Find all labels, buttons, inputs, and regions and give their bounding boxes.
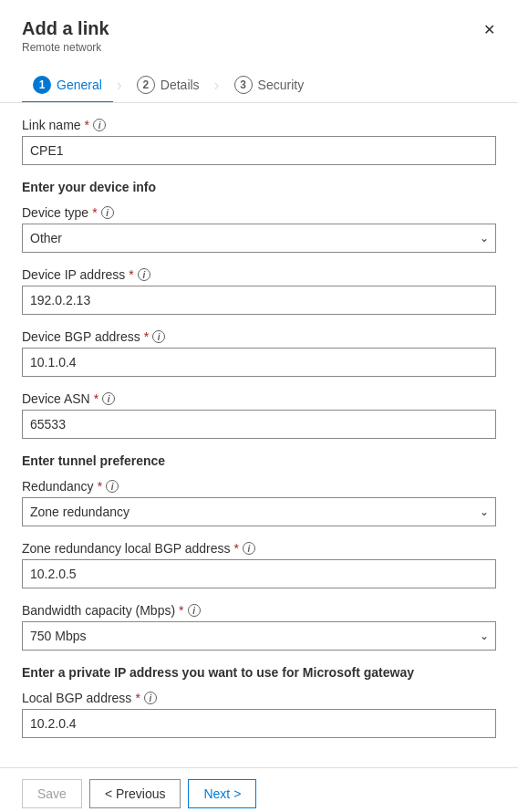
tab-security-label: Security xyxy=(258,78,305,92)
save-button[interactable]: Save xyxy=(22,779,82,808)
device-type-label: Device type * i xyxy=(22,205,496,220)
tab-details-label: Details xyxy=(161,78,200,92)
modal-footer: Save < Previous Next > xyxy=(0,767,518,812)
tab-general-label: General xyxy=(57,78,102,92)
device-bgp-input[interactable] xyxy=(22,348,496,377)
device-asn-input[interactable] xyxy=(22,410,496,439)
required-star-ip: * xyxy=(129,267,133,282)
device-type-group: Device type * i Other Cisco Palo Alto Ju… xyxy=(22,205,496,253)
required-star-zone-bgp: * xyxy=(234,541,239,556)
tab-general[interactable]: 1 General xyxy=(22,68,113,103)
bandwidth-label: Bandwidth capacity (Mbps) * i xyxy=(22,603,496,618)
close-icon: ✕ xyxy=(483,21,495,38)
tab-details-number: 2 xyxy=(137,76,155,94)
device-bgp-label: Device BGP address * i xyxy=(22,329,496,344)
next-button[interactable]: Next > xyxy=(188,779,256,808)
required-star-bgp: * xyxy=(144,329,149,344)
gateway-heading: Enter a private IP address you want to u… xyxy=(22,665,496,680)
zone-bgp-input[interactable] xyxy=(22,559,496,588)
required-star-asn: * xyxy=(94,391,98,406)
required-star-bandwidth: * xyxy=(179,603,183,618)
form-body: Link name * i Enter your device info Dev… xyxy=(0,102,518,767)
local-bgp-info-icon[interactable]: i xyxy=(144,692,157,704)
tab-divider-2: › xyxy=(214,76,220,95)
device-info-heading: Enter your device info xyxy=(22,180,496,194)
tab-details[interactable]: 2 Details xyxy=(126,68,211,103)
device-bgp-group: Device BGP address * i xyxy=(22,329,496,377)
link-name-label: Link name * i xyxy=(22,118,496,132)
bandwidth-group: Bandwidth capacity (Mbps) * i 250 Mbps 5… xyxy=(22,603,496,651)
tab-divider-1: › xyxy=(117,76,122,95)
link-name-group: Link name * i xyxy=(22,118,496,165)
required-star-link: * xyxy=(85,118,89,132)
device-ip-label: Device IP address * i xyxy=(22,267,496,282)
link-name-info-icon[interactable]: i xyxy=(93,119,106,131)
local-bgp-input[interactable] xyxy=(22,709,496,738)
bandwidth-select-wrapper: 250 Mbps 500 Mbps 750 Mbps 1000 Mbps ⌄ xyxy=(22,621,496,651)
redundancy-label: Redundancy * i xyxy=(22,479,496,494)
modal-header: Add a link Remote network xyxy=(0,0,518,61)
tunnel-pref-heading: Enter tunnel preference xyxy=(22,453,496,468)
required-star-local-bgp: * xyxy=(135,691,140,705)
bandwidth-info-icon[interactable]: i xyxy=(188,604,201,617)
zone-bgp-group: Zone redundancy local BGP address * i xyxy=(22,541,496,588)
local-bgp-group: Local BGP address * i xyxy=(22,691,496,738)
device-type-select[interactable]: Other Cisco Palo Alto Juniper Checkpoint xyxy=(22,224,496,253)
device-asn-label: Device ASN * i xyxy=(22,391,496,406)
redundancy-select-wrapper: Zone redundancy No redundancy ⌄ xyxy=(22,497,496,526)
redundancy-select[interactable]: Zone redundancy No redundancy xyxy=(22,497,496,526)
device-bgp-info-icon[interactable]: i xyxy=(152,330,165,343)
required-star-redundancy: * xyxy=(98,479,102,494)
redundancy-info-icon[interactable]: i xyxy=(106,480,119,493)
device-ip-input[interactable] xyxy=(22,286,496,315)
zone-bgp-info-icon[interactable]: i xyxy=(243,542,255,555)
link-name-input[interactable] xyxy=(22,136,496,165)
previous-button[interactable]: < Previous xyxy=(89,779,181,808)
device-asn-info-icon[interactable]: i xyxy=(102,392,115,405)
redundancy-group: Redundancy * i Zone redundancy No redund… xyxy=(22,479,496,526)
modal-subtitle: Remote network xyxy=(22,41,496,54)
zone-bgp-label: Zone redundancy local BGP address * i xyxy=(22,541,496,556)
close-button[interactable]: ✕ xyxy=(474,15,503,44)
modal-title: Add a link xyxy=(22,18,496,39)
device-ip-group: Device IP address * i xyxy=(22,267,496,315)
local-bgp-label: Local BGP address * i xyxy=(22,691,496,705)
device-type-select-wrapper: Other Cisco Palo Alto Juniper Checkpoint… xyxy=(22,224,496,253)
device-type-info-icon[interactable]: i xyxy=(101,206,114,219)
required-star-device-type: * xyxy=(92,205,97,220)
tab-bar: 1 General › 2 Details › 3 Security xyxy=(0,61,518,102)
bandwidth-select[interactable]: 250 Mbps 500 Mbps 750 Mbps 1000 Mbps xyxy=(22,621,496,651)
tab-general-number: 1 xyxy=(33,76,51,94)
add-link-modal: Add a link Remote network ✕ 1 General › … xyxy=(0,0,518,812)
device-asn-group: Device ASN * i xyxy=(22,391,496,439)
device-ip-info-icon[interactable]: i xyxy=(138,268,150,281)
tab-security[interactable]: 3 Security xyxy=(223,68,316,103)
tab-security-number: 3 xyxy=(234,76,253,94)
